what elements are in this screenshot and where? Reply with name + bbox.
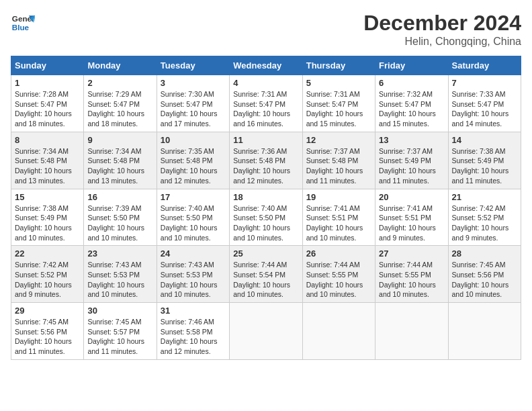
day-info: Sunrise: 7:43 AM Sunset: 5:53 PM Dayligh…: [87, 260, 152, 300]
day-info: Sunrise: 7:43 AM Sunset: 5:53 PM Dayligh…: [161, 260, 226, 300]
calendar-cell: 29Sunrise: 7:45 AM Sunset: 5:56 PM Dayli…: [11, 303, 84, 360]
day-number: 5: [306, 78, 371, 88]
calendar-cell: 8Sunrise: 7:34 AM Sunset: 5:48 PM Daylig…: [11, 132, 84, 189]
day-info: Sunrise: 7:45 AM Sunset: 5:57 PM Dayligh…: [87, 317, 152, 357]
calendar-cell: 11Sunrise: 7:36 AM Sunset: 5:48 PM Dayli…: [230, 132, 302, 189]
day-info: Sunrise: 7:39 AM Sunset: 5:50 PM Dayligh…: [87, 203, 152, 243]
day-number: 14: [452, 135, 517, 145]
calendar-cell: 25Sunrise: 7:44 AM Sunset: 5:54 PM Dayli…: [230, 246, 302, 303]
day-info: Sunrise: 7:35 AM Sunset: 5:48 PM Dayligh…: [161, 146, 226, 186]
calendar-cell: 24Sunrise: 7:43 AM Sunset: 5:53 PM Dayli…: [157, 246, 229, 303]
calendar-table: SundayMondayTuesdayWednesdayThursdayFrid…: [11, 56, 521, 360]
weekday-header: Friday: [375, 56, 448, 75]
calendar-cell: 13Sunrise: 7:37 AM Sunset: 5:49 PM Dayli…: [375, 132, 448, 189]
weekday-header: Saturday: [448, 56, 521, 75]
day-info: Sunrise: 7:30 AM Sunset: 5:47 PM Dayligh…: [161, 89, 226, 129]
subtitle: Helin, Chongqing, China: [363, 36, 521, 48]
calendar-cell: 14Sunrise: 7:38 AM Sunset: 5:49 PM Dayli…: [448, 132, 521, 189]
calendar-cell: 6Sunrise: 7:32 AM Sunset: 5:47 PM Daylig…: [375, 75, 448, 132]
day-info: Sunrise: 7:38 AM Sunset: 5:49 PM Dayligh…: [452, 146, 517, 186]
day-number: 28: [452, 248, 517, 259]
calendar-cell: 7Sunrise: 7:33 AM Sunset: 5:47 PM Daylig…: [448, 75, 521, 132]
calendar-cell: [448, 303, 521, 360]
day-info: Sunrise: 7:31 AM Sunset: 5:47 PM Dayligh…: [233, 89, 298, 129]
calendar-cell: 20Sunrise: 7:41 AM Sunset: 5:51 PM Dayli…: [375, 189, 448, 246]
day-info: Sunrise: 7:33 AM Sunset: 5:47 PM Dayligh…: [452, 89, 517, 129]
calendar-cell: [302, 303, 375, 360]
calendar-cell: 26Sunrise: 7:44 AM Sunset: 5:55 PM Dayli…: [302, 246, 375, 303]
day-number: 19: [306, 192, 371, 202]
calendar-week-row: 29Sunrise: 7:45 AM Sunset: 5:56 PM Dayli…: [11, 303, 521, 360]
day-info: Sunrise: 7:40 AM Sunset: 5:50 PM Dayligh…: [161, 203, 226, 243]
title-area: December 2024 Helin, Chongqing, China: [363, 11, 521, 48]
day-number: 27: [379, 248, 444, 259]
calendar-cell: 28Sunrise: 7:45 AM Sunset: 5:56 PM Dayli…: [448, 246, 521, 303]
day-number: 21: [452, 192, 517, 202]
day-info: Sunrise: 7:44 AM Sunset: 5:54 PM Dayligh…: [233, 260, 298, 300]
day-number: 23: [87, 248, 152, 259]
day-number: 12: [306, 135, 371, 145]
calendar-cell: 31Sunrise: 7:46 AM Sunset: 5:58 PM Dayli…: [157, 303, 229, 360]
calendar-cell: 23Sunrise: 7:43 AM Sunset: 5:53 PM Dayli…: [84, 246, 157, 303]
day-number: 8: [15, 135, 80, 145]
day-number: 31: [161, 306, 226, 316]
day-info: Sunrise: 7:42 AM Sunset: 5:52 PM Dayligh…: [452, 203, 517, 243]
day-info: Sunrise: 7:41 AM Sunset: 5:51 PM Dayligh…: [379, 203, 444, 243]
calendar-cell: 30Sunrise: 7:45 AM Sunset: 5:57 PM Dayli…: [84, 303, 157, 360]
calendar-header-row: SundayMondayTuesdayWednesdayThursdayFrid…: [11, 56, 521, 75]
day-info: Sunrise: 7:42 AM Sunset: 5:52 PM Dayligh…: [15, 260, 80, 300]
calendar-cell: 3Sunrise: 7:30 AM Sunset: 5:47 PM Daylig…: [157, 75, 229, 132]
day-number: 3: [161, 78, 226, 88]
day-info: Sunrise: 7:32 AM Sunset: 5:47 PM Dayligh…: [379, 89, 444, 129]
day-number: 7: [452, 78, 517, 88]
day-info: Sunrise: 7:34 AM Sunset: 5:48 PM Dayligh…: [15, 146, 80, 186]
day-info: Sunrise: 7:34 AM Sunset: 5:48 PM Dayligh…: [87, 146, 152, 186]
calendar-cell: 16Sunrise: 7:39 AM Sunset: 5:50 PM Dayli…: [84, 189, 157, 246]
day-info: Sunrise: 7:36 AM Sunset: 5:48 PM Dayligh…: [233, 146, 298, 186]
day-info: Sunrise: 7:41 AM Sunset: 5:51 PM Dayligh…: [306, 203, 371, 243]
day-number: 9: [87, 135, 152, 145]
day-info: Sunrise: 7:38 AM Sunset: 5:49 PM Dayligh…: [15, 203, 80, 243]
calendar-cell: 17Sunrise: 7:40 AM Sunset: 5:50 PM Dayli…: [157, 189, 229, 246]
weekday-header: Thursday: [302, 56, 375, 75]
calendar-cell: 27Sunrise: 7:44 AM Sunset: 5:55 PM Dayli…: [375, 246, 448, 303]
calendar-cell: 18Sunrise: 7:40 AM Sunset: 5:50 PM Dayli…: [230, 189, 302, 246]
weekday-header: Tuesday: [157, 56, 229, 75]
calendar-week-row: 8Sunrise: 7:34 AM Sunset: 5:48 PM Daylig…: [11, 132, 521, 189]
day-info: Sunrise: 7:29 AM Sunset: 5:47 PM Dayligh…: [87, 89, 152, 129]
day-number: 4: [233, 78, 298, 88]
day-info: Sunrise: 7:40 AM Sunset: 5:50 PM Dayligh…: [233, 203, 298, 243]
day-info: Sunrise: 7:44 AM Sunset: 5:55 PM Dayligh…: [379, 260, 444, 300]
day-number: 18: [233, 192, 298, 202]
day-info: Sunrise: 7:37 AM Sunset: 5:48 PM Dayligh…: [306, 146, 371, 186]
day-info: Sunrise: 7:28 AM Sunset: 5:47 PM Dayligh…: [15, 89, 80, 129]
day-number: 25: [233, 248, 298, 259]
day-number: 11: [233, 135, 298, 145]
calendar-cell: 10Sunrise: 7:35 AM Sunset: 5:48 PM Dayli…: [157, 132, 229, 189]
day-number: 29: [15, 306, 80, 316]
logo: General Blue: [11, 11, 35, 35]
calendar-cell: 2Sunrise: 7:29 AM Sunset: 5:47 PM Daylig…: [84, 75, 157, 132]
calendar-cell: 5Sunrise: 7:31 AM Sunset: 5:47 PM Daylig…: [302, 75, 375, 132]
calendar-cell: [230, 303, 302, 360]
day-info: Sunrise: 7:46 AM Sunset: 5:58 PM Dayligh…: [161, 317, 226, 357]
weekday-header: Sunday: [11, 56, 84, 75]
day-info: Sunrise: 7:31 AM Sunset: 5:47 PM Dayligh…: [306, 89, 371, 129]
calendar-week-row: 22Sunrise: 7:42 AM Sunset: 5:52 PM Dayli…: [11, 246, 521, 303]
day-info: Sunrise: 7:45 AM Sunset: 5:56 PM Dayligh…: [15, 317, 80, 357]
day-number: 10: [161, 135, 226, 145]
day-number: 15: [15, 192, 80, 202]
svg-text:Blue: Blue: [12, 23, 30, 32]
calendar-cell: 1Sunrise: 7:28 AM Sunset: 5:47 PM Daylig…: [11, 75, 84, 132]
calendar-cell: 15Sunrise: 7:38 AM Sunset: 5:49 PM Dayli…: [11, 189, 84, 246]
day-number: 13: [379, 135, 444, 145]
main-title: December 2024: [363, 11, 521, 36]
day-info: Sunrise: 7:45 AM Sunset: 5:56 PM Dayligh…: [452, 260, 517, 300]
day-number: 24: [161, 248, 226, 259]
day-number: 17: [161, 192, 226, 202]
day-number: 26: [306, 248, 371, 259]
calendar-cell: 12Sunrise: 7:37 AM Sunset: 5:48 PM Dayli…: [302, 132, 375, 189]
day-number: 2: [87, 78, 152, 88]
calendar-cell: 19Sunrise: 7:41 AM Sunset: 5:51 PM Dayli…: [302, 189, 375, 246]
day-number: 1: [15, 78, 80, 88]
